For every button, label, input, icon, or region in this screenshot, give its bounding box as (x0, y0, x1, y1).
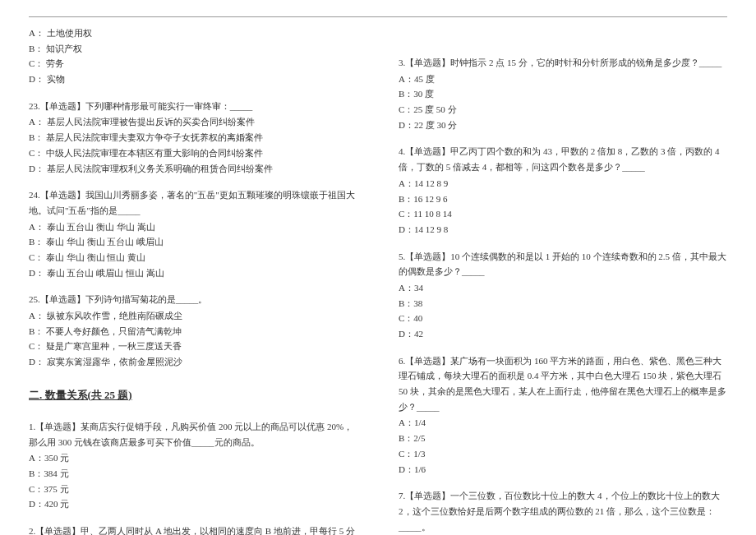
option-d: D：14 12 9 8 (399, 222, 727, 238)
option-b: B： 基层人民法院审理夫妻双方争夺子女抚养权的离婚案件 (29, 130, 357, 145)
question-3: 3.【单选题】时钟指示 2 点 15 分，它的时针和分针所形成的锐角是多少度？_… (399, 55, 727, 132)
option-a: A： 纵被东风吹作雪，绝胜南陌碾成尘 (29, 308, 357, 324)
question-text: 23.【单选题】下列哪种情形最可能实行一审终审：_____ (29, 99, 357, 114)
section-2-header: 二. 数量关系(共 25 题) (29, 386, 357, 404)
option-b: B： 知识产权 (29, 41, 357, 57)
question-2-2: 2.【单选题】甲、乙两人同时从 A 地出发，以相同的速度向 B 地前进，甲每行 … (29, 523, 357, 535)
option-d: D： 寂寞东篱湿露华，依前金屋照泥沙 (29, 354, 357, 370)
option-a: A：34 (399, 280, 727, 296)
option-a: A：14 12 8 9 (399, 176, 727, 191)
option-b: B：30 度 (399, 86, 727, 102)
option-c: C： 中级人民法院审理在本辖区有重大影响的合同纠纷案件 (29, 145, 357, 161)
option-b: B： 泰山 华山 衡山 五台山 峨眉山 (29, 234, 357, 250)
option-b: B：38 (399, 296, 727, 311)
option-d: D：22 度 30 分 (399, 118, 727, 133)
option-b: B：384 元 (29, 466, 357, 482)
question-text: 7.【单选题】一个三位数，百位数比十位上的数大 4，个位上的数比十位上的数大 2… (399, 488, 727, 534)
right-column: 3.【单选题】时钟指示 2 点 15 分，它的时针和分针所形成的锐角是多少度？_… (399, 25, 727, 535)
option-c: C： 泰山 华山 衡山 恒山 黄山 (29, 250, 357, 265)
option-d: D：420 元 (29, 496, 357, 512)
option-c: C： 疑是广寒宫里种，一秋三度送天香 (29, 339, 357, 354)
question-text: 24.【单选题】我国山川秀丽多姿，著名的"五岳"更如五颗璀璨的明珠镶嵌于祖国大地… (29, 187, 357, 218)
question-24: 24.【单选题】我国山川秀丽多姿，著名的"五岳"更如五颗璀璨的明珠镶嵌于祖国大地… (29, 187, 357, 280)
spacer (399, 25, 727, 55)
question-7: 7.【单选题】一个三位数，百位数比十位上的数大 4，个位上的数比十位上的数大 2… (399, 488, 727, 535)
option-d: D： 泰山 五台山 峨眉山 恒山 嵩山 (29, 265, 357, 281)
option-a: A： 基层人民法院审理被告提出反诉的买卖合同纠纷案件 (29, 114, 357, 130)
option-c: C：375 元 (29, 482, 357, 497)
option-c: C： 劳务 (29, 56, 357, 71)
option-d: D：1/6 (399, 462, 727, 477)
question-25: 25.【单选题】下列诗句描写菊花的是_____。 A： 纵被东风吹作雪，绝胜南陌… (29, 292, 357, 369)
left-column: A： 土地使用权 B： 知识产权 C： 劳务 D： 实物 23.【单选题】下列哪… (29, 25, 357, 535)
question-6: 6.【单选题】某广场有一块面积为 160 平方米的路面，用白色、紫色、黑色三种大… (399, 353, 727, 477)
two-column-layout: A： 土地使用权 B： 知识产权 C： 劳务 D： 实物 23.【单选题】下列哪… (29, 25, 727, 535)
option-a: A： 土地使用权 (29, 25, 357, 41)
option-b: B：16 12 9 6 (399, 191, 727, 207)
question-23: 23.【单选题】下列哪种情形最可能实行一审终审：_____ A： 基层人民法院审… (29, 99, 357, 176)
question-2-1: 1.【单选题】某商店实行促销手段，凡购买价值 200 元以上的商品可以优惠 20… (29, 419, 357, 512)
page-content: A： 土地使用权 B： 知识产权 C： 劳务 D： 实物 23.【单选题】下列哪… (29, 16, 727, 535)
option-d: D： 实物 (29, 71, 357, 87)
question-text: 25.【单选题】下列诗句描写菊花的是_____。 (29, 292, 357, 307)
option-c: C：25 度 50 分 (399, 102, 727, 118)
option-c: C：11 10 8 14 (399, 206, 727, 222)
question-text: 2.【单选题】甲、乙两人同时从 A 地出发，以相同的速度向 B 地前进，甲每行 … (29, 523, 357, 535)
question-text: 4.【单选题】甲乙丙丁四个数的和为 43，甲数的 2 倍加 8，乙数的 3 倍，… (399, 144, 727, 174)
option-c: C：40 (399, 311, 727, 326)
option-b: B：2/5 (399, 431, 727, 446)
question-text: 1.【单选题】某商店实行促销手段，凡购买价值 200 元以上的商品可以优惠 20… (29, 419, 357, 450)
option-d: D： 基层人民法院审理权利义务关系明确的租赁合同纠纷案件 (29, 161, 357, 177)
question-4: 4.【单选题】甲乙丙丁四个数的和为 43，甲数的 2 倍加 8，乙数的 3 倍，… (399, 144, 727, 237)
question-22-options: A： 土地使用权 B： 知识产权 C： 劳务 D： 实物 (29, 25, 357, 87)
option-a: A：350 元 (29, 450, 357, 466)
question-text: 5.【单选题】10 个连续偶数的和是以 1 开始的 10 个连续奇数和的 2.5… (399, 249, 727, 279)
question-text: 3.【单选题】时钟指示 2 点 15 分，它的时针和分针所形成的锐角是多少度？_… (399, 55, 727, 71)
option-c: C：1/3 (399, 446, 727, 462)
option-d: D：42 (399, 326, 727, 342)
option-a: A：1/4 (399, 415, 727, 431)
question-5: 5.【单选题】10 个连续偶数的和是以 1 开始的 10 个连续奇数和的 2.5… (399, 249, 727, 342)
option-b: B： 不要人夸好颜色，只留清气满乾坤 (29, 324, 357, 339)
option-a: A： 泰山 五台山 衡山 华山 嵩山 (29, 219, 357, 235)
question-text: 6.【单选题】某广场有一块面积为 160 平方米的路面，用白色、紫色、黑色三种大… (399, 353, 727, 415)
option-a: A：45 度 (399, 71, 727, 87)
